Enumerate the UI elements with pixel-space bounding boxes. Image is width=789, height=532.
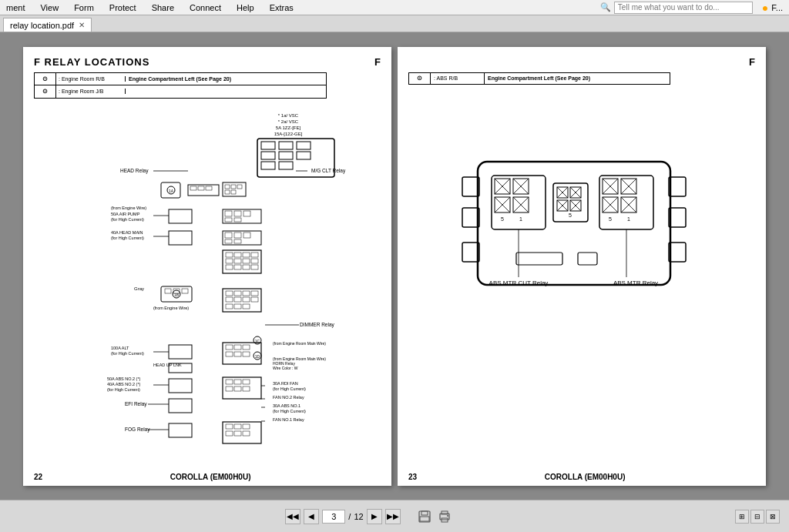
nav-next-button[interactable]: ▶: [367, 509, 382, 524]
menu-protect[interactable]: Protect: [106, 3, 139, 12]
resize-icon-2[interactable]: ⊟: [750, 510, 764, 524]
nav-last-button[interactable]: ▶▶: [385, 509, 401, 524]
legend-label-2: : Engine Room J/B: [56, 89, 126, 94]
svg-rect-22: [198, 186, 204, 190]
svg-rect-70: [182, 289, 188, 293]
pdf-page-right: F ⊙ : ABS R/B Engine Compartment Left (S…: [398, 47, 766, 486]
svg-rect-198: [421, 511, 428, 515]
menu-extras[interactable]: Extras: [267, 3, 297, 12]
svg-text:(from Engine Wire): (from Engine Wire): [153, 306, 189, 310]
abs-legend-box: ⊙ : ABS R/B Engine Compartment Left (See…: [408, 72, 670, 85]
menu-connect[interactable]: Connect: [186, 3, 224, 12]
svg-rect-12: [279, 162, 293, 169]
page-number-input[interactable]: [322, 510, 345, 524]
save-to-folder-icon[interactable]: [416, 508, 433, 525]
svg-rect-36: [225, 211, 232, 216]
svg-rect-98: [223, 343, 261, 364]
legend-desc-1: Engine Compartment Left (See Page 20): [126, 76, 326, 82]
svg-text:(from Engine Room Main Wire): (from Engine Room Main Wire): [273, 341, 326, 346]
svg-text:(for High Current): (for High Current): [273, 386, 306, 391]
page-model-left: COROLLA (EM00H0U): [170, 473, 251, 481]
svg-rect-44: [169, 231, 192, 245]
svg-rect-81: [226, 304, 233, 309]
svg-rect-57: [234, 259, 241, 263]
menu-view[interactable]: View: [37, 3, 62, 12]
page-num-right: 23: [408, 473, 417, 481]
svg-rect-51: [223, 250, 261, 273]
svg-rect-137: [243, 431, 250, 436]
svg-rect-6: [279, 142, 293, 149]
page-header-left: F RELAY LOCATIONS F: [34, 56, 381, 68]
svg-text:50A AIR PUMP: 50A AIR PUMP: [111, 212, 140, 216]
diagram-area-left: * 1a/ VSC * 2a/ VSC 5A 1ZZ-[FE] 15A-[122…: [34, 102, 381, 457]
svg-rect-27: [237, 185, 242, 189]
svg-rect-72: [223, 289, 261, 312]
svg-rect-56: [226, 259, 233, 263]
search-icon: 🔍: [600, 2, 611, 12]
menu-form[interactable]: Form: [71, 3, 97, 12]
abs-mtr-cut-label: ABS MTR CUT Relay: [489, 279, 549, 286]
svg-rect-143: [462, 177, 479, 196]
tab-relay-location[interactable]: relay location.pdf ✕: [3, 18, 92, 32]
resize-icon-3[interactable]: ⊠: [766, 510, 780, 524]
svg-rect-199: [420, 517, 429, 521]
abs-label: : ABS R/B: [431, 73, 485, 84]
svg-text:Gray: Gray: [134, 286, 144, 291]
svg-text:Wire Color : W: Wire Color : W: [273, 366, 298, 370]
svg-rect-115: [243, 380, 250, 384]
menu-ment[interactable]: ment: [3, 3, 28, 12]
svg-rect-78: [234, 297, 241, 302]
svg-rect-103: [234, 352, 241, 356]
svg-rect-194: [578, 253, 597, 265]
svg-text:* 2a/ VSC: * 2a/ VSC: [278, 119, 299, 124]
svg-rect-148: [669, 243, 686, 262]
main-area: F RELAY LOCATIONS F ⊙ : Engine Room R/B …: [0, 32, 789, 500]
svg-text:5: 5: [569, 212, 572, 218]
svg-text:* 1a/ VSC: * 1a/ VSC: [278, 113, 299, 118]
page-title: F RELAY LOCATIONS: [34, 56, 149, 68]
svg-rect-130: [169, 423, 192, 437]
nav-first-button[interactable]: ◀◀: [285, 509, 300, 524]
svg-rect-97: [169, 345, 192, 359]
svg-text:40A ABS NO.2 (*): 40A ABS NO.2 (*): [107, 382, 141, 386]
menu-share[interactable]: Share: [149, 3, 177, 12]
svg-rect-10: [297, 152, 311, 159]
svg-rect-111: [169, 379, 192, 393]
svg-text:1A: 1A: [169, 189, 174, 193]
svg-rect-21: [190, 186, 196, 190]
svg-rect-49: [225, 239, 232, 243]
svg-rect-147: [669, 208, 686, 227]
menu-help[interactable]: Help: [233, 3, 257, 12]
svg-rect-26: [231, 185, 236, 189]
svg-text:30A ABS NO.1: 30A ABS NO.1: [273, 403, 300, 408]
svg-rect-40: [234, 218, 241, 222]
svg-rect-82: [234, 304, 241, 309]
diagram-area-right: 5 1 5: [408, 100, 755, 440]
svg-rect-11: [261, 162, 275, 169]
svg-text:FAN NO.2 Relay: FAN NO.2 Relay: [273, 395, 304, 400]
svg-text:1D: 1D: [255, 354, 260, 359]
print-icon[interactable]: [436, 508, 453, 525]
tab-close-icon[interactable]: ✕: [79, 21, 85, 29]
resize-icon-1[interactable]: ⊞: [735, 510, 749, 524]
svg-rect-62: [243, 265, 250, 269]
svg-rect-37: [234, 211, 241, 216]
svg-rect-8: [261, 152, 275, 159]
svg-rect-7: [297, 142, 311, 149]
svg-rect-146: [669, 177, 686, 196]
svg-text:1: 1: [519, 216, 522, 222]
svg-rect-101: [243, 345, 250, 350]
search-input[interactable]: [614, 2, 753, 14]
page-separator: /: [348, 512, 351, 521]
f-label: F...: [771, 3, 783, 12]
svg-rect-34: [169, 209, 192, 223]
svg-rect-50: [234, 239, 241, 243]
svg-text:FAN NO.1 Relay: FAN NO.1 Relay: [273, 417, 304, 422]
orange-circle-icon: ●: [762, 2, 768, 14]
legend-box-left: ⊙ : Engine Room R/B Engine Compartment L…: [34, 72, 327, 99]
svg-rect-114: [234, 380, 241, 384]
svg-rect-131: [223, 422, 261, 443]
svg-text:40A HEAD MAIN: 40A HEAD MAIN: [111, 230, 143, 235]
legend-row-1: ⊙ : Engine Room R/B Engine Compartment L…: [35, 73, 326, 85]
nav-prev-button[interactable]: ◀: [304, 509, 319, 524]
